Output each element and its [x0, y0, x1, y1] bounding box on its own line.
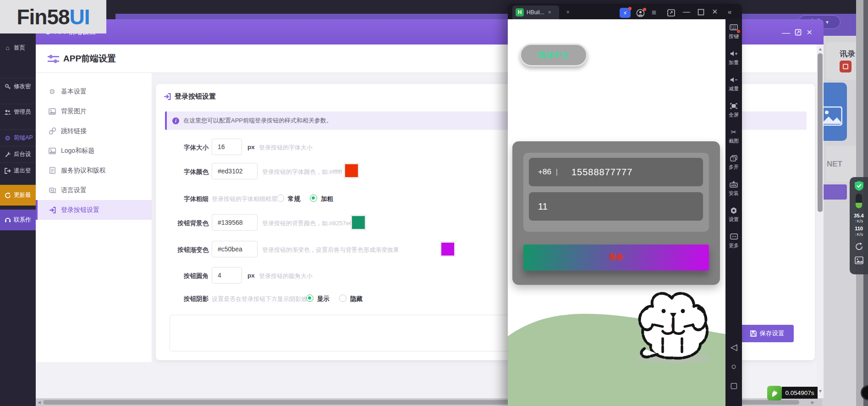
phone-prefix[interactable]: +86	[529, 167, 551, 177]
badge-dot	[737, 30, 740, 33]
bg-color-input[interactable]	[212, 214, 258, 231]
scroll-left-icon[interactable]: ◀	[38, 400, 41, 405]
login-arrow-icon	[49, 206, 56, 214]
tab-close-icon[interactable]: ×	[548, 9, 551, 16]
sidebar-item-backend-settings[interactable]: 后台设	[0, 146, 36, 162]
scroll-up-icon[interactable]: ▲	[818, 47, 823, 51]
emulator-window: H HBuil... × ˅ ⚡ ≡ — × « 简体中文 +86	[508, 4, 742, 406]
apk-icon: APK	[730, 180, 738, 189]
font-size-input[interactable]	[212, 139, 242, 155]
collapse-sidebar-icon[interactable]: «	[728, 8, 731, 15]
modal-scrollbar-thumb[interactable]	[818, 53, 823, 212]
android-recents-icon[interactable]: ▢	[725, 381, 742, 390]
font-color-input[interactable]	[212, 163, 258, 179]
toolbar-screenshot-button[interactable]: ✂ 截图	[725, 128, 742, 154]
android-back-icon[interactable]: ◁	[725, 342, 742, 352]
phone-password-value: 11	[538, 201, 548, 212]
font-color-hint: 登录按钮的字体颜色，如:#ffffff	[262, 168, 342, 176]
android-home-icon[interactable]: ○	[725, 362, 742, 372]
sidebar-item-contact-author[interactable]: 联系作	[0, 209, 36, 230]
network-monitor-widget[interactable]: 35.4 ↑K/s 110 ↓K/s	[850, 177, 868, 274]
font-color-swatch[interactable]	[344, 163, 359, 178]
toolbar-label: 截图	[729, 138, 739, 145]
menu-icon[interactable]: ≡	[652, 9, 656, 17]
menu-item-service-agreement[interactable]: 服务协议和版权	[36, 161, 152, 180]
save-button-label: 保存设置	[760, 329, 785, 338]
phone-language-button[interactable]: 简体中文	[520, 44, 588, 67]
font-weight-radio-bold[interactable]	[310, 195, 317, 202]
shadow-radio-hide[interactable]	[339, 295, 346, 302]
notification-dot	[643, 8, 646, 11]
emulator-tab[interactable]: H HBuil... ×	[512, 6, 559, 19]
svg-text:A: A	[50, 188, 53, 192]
sidebar-item-home[interactable]: ⌂ 首页	[0, 39, 36, 56]
font-weight-option-normal[interactable]: 常规	[288, 195, 300, 203]
menu-item-jump-link[interactable]: 跳转链接	[36, 121, 152, 141]
font-weight-radio-normal[interactable]	[277, 195, 284, 202]
scroll-right-icon[interactable]: ▶	[811, 400, 814, 405]
minimize-icon[interactable]: —	[683, 8, 690, 16]
tab-chevron-down-icon[interactable]: ˅	[566, 10, 569, 15]
menu-item-background-image[interactable]: 背景图片	[36, 101, 152, 121]
bg-color-swatch[interactable]	[351, 215, 366, 230]
menu-item-logo-title[interactable]: Logo和标题	[36, 141, 152, 161]
wrench-icon	[4, 151, 11, 158]
font-weight-option-bold[interactable]: 加粗	[321, 195, 333, 203]
boost-icon[interactable]: ⚡	[620, 8, 631, 18]
menu-item-language-settings[interactable]: A 语言设置	[36, 180, 152, 200]
home-icon: ⌂	[4, 44, 11, 51]
sidebar-item-label: 后台设	[14, 150, 31, 158]
gradient-color-swatch[interactable]	[440, 241, 456, 257]
screenshot-icon[interactable]	[855, 256, 863, 264]
toolbar-fullscreen-button[interactable]: 全屏	[725, 101, 742, 128]
gradient-color-input[interactable]	[212, 241, 258, 257]
export-icon[interactable]	[667, 9, 675, 17]
toolbar-keyboard-button[interactable]: 按键	[725, 23, 742, 49]
menu-item-label: 基本设置	[61, 88, 87, 96]
phone-number-input[interactable]: +86 | 15588877777	[529, 158, 703, 186]
bg-contacts-text: 讯录	[840, 49, 855, 59]
toolbar-volume-up-button[interactable]: 加量	[725, 49, 742, 75]
toolbar-volume-down-button[interactable]: 减量	[725, 75, 742, 101]
menu-item-label: Logo和标题	[61, 147, 94, 155]
menu-item-basic-settings[interactable]: ⚙ 基本设置	[36, 82, 152, 101]
sidebar-item-label: 更新最	[14, 191, 31, 199]
toolbar-label: 减量	[729, 85, 739, 92]
modal-minimize-icon[interactable]: —	[782, 28, 790, 37]
modal-maximize-icon[interactable]	[795, 29, 802, 36]
sidebar-item-logout[interactable]: 退出登	[0, 162, 36, 179]
headset-icon	[4, 217, 11, 223]
scroll-down-icon[interactable]: ▼	[818, 389, 823, 394]
save-settings-button[interactable]: 保存设置	[741, 325, 794, 342]
sidebar: ⌂ 首页 修改密 管理员 ⚙ 前端AP 后台设 退出登 更新最 联系	[0, 33, 36, 406]
info-icon: i	[172, 117, 179, 124]
toolbar-more-button[interactable]: 更多	[725, 232, 742, 258]
bg-net-text: NET	[827, 160, 842, 169]
maximize-icon[interactable]	[698, 9, 704, 16]
sidebar-item-label: 管理员	[14, 108, 31, 116]
close-icon[interactable]: ×	[712, 7, 718, 16]
nut-icon	[730, 206, 738, 215]
shadow-radio-show[interactable]	[306, 295, 313, 302]
multi-window-icon	[730, 154, 738, 162]
modal-close-icon[interactable]: ×	[807, 27, 812, 37]
sidebar-item-update[interactable]: 更新最	[0, 184, 36, 206]
sidebar-item-admins[interactable]: 管理员	[0, 104, 36, 120]
shadow-option-hide[interactable]: 隐藏	[350, 295, 363, 303]
phone-password-input[interactable]: 11	[529, 192, 703, 221]
toolbar-settings-button[interactable]: 设置	[725, 206, 742, 232]
account-icon[interactable]	[636, 9, 645, 17]
radius-input[interactable]	[212, 267, 242, 284]
toolbar-multi-instance-button[interactable]: 多开	[725, 154, 742, 180]
menu-item-label: 背景图片	[61, 107, 87, 116]
menu-item-login-button-settings[interactable]: 登录按钮设置	[36, 200, 152, 220]
sidebar-item-change-password[interactable]: 修改密	[0, 78, 36, 95]
modal-scrollbar[interactable]: ▲ ▼	[817, 46, 824, 397]
shadow-option-show[interactable]: 显示	[317, 295, 330, 303]
download-speed-value: 110	[855, 226, 863, 231]
radius-hint: 登录按钮的圆角大小	[259, 272, 313, 280]
toolbar-install-apk-button[interactable]: APK 安装	[725, 180, 742, 206]
app-logo: Fin58UI	[0, 0, 106, 33]
sidebar-item-frontend-app[interactable]: ⚙ 前端AP	[0, 129, 36, 146]
restart-icon[interactable]	[855, 242, 863, 251]
